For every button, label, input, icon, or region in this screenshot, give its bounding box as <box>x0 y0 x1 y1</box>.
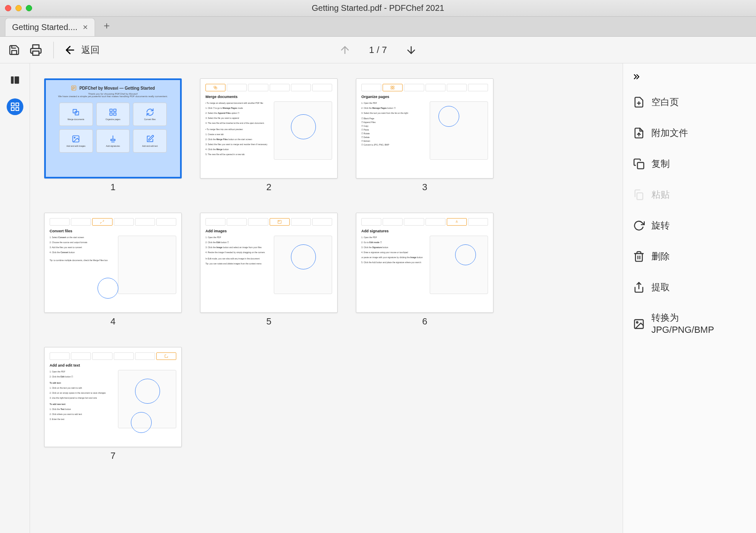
panel-label: 提取 <box>651 281 670 294</box>
grid-view-button[interactable] <box>7 98 23 115</box>
trash-icon <box>633 251 645 262</box>
blank-page-icon <box>633 96 645 108</box>
app-icon <box>71 85 77 91</box>
rotate-button[interactable]: 旋转 <box>623 210 756 241</box>
panel-label: 复制 <box>651 158 670 170</box>
svg-rect-25 <box>278 220 281 224</box>
tab-bar: Getting Started.... ✕ ＋ <box>0 17 756 37</box>
page-label: 6 <box>422 316 427 327</box>
copy-button[interactable]: 复制 <box>623 148 756 179</box>
arrow-left-icon <box>64 44 76 56</box>
maximize-window-button[interactable] <box>26 5 32 11</box>
prev-page-button[interactable] <box>338 43 353 58</box>
toolbar: 返回 1 / 7 <box>0 37 756 63</box>
page-thumbnail-1[interactable]: PDFChef by Movavi — Getting Started Than… <box>40 78 186 193</box>
left-rail <box>0 63 30 533</box>
svg-point-18 <box>74 137 75 138</box>
svg-point-26 <box>278 221 279 222</box>
page-thumbnail-6[interactable]: Add signatures 1. Open the PDF 2. Go to … <box>352 213 498 327</box>
svg-rect-15 <box>114 113 116 116</box>
panel-label: 转换为 JPG/PNG/BMP <box>651 312 714 336</box>
toolbar-divider <box>53 42 54 58</box>
svg-rect-7 <box>16 103 19 106</box>
copy-icon <box>633 158 645 170</box>
page-thumbnail-3[interactable]: Organize pages 1. Open the PDF 2. Click … <box>352 78 498 193</box>
panel-label: 空白页 <box>651 96 679 108</box>
panel-label: 旋转 <box>651 219 670 232</box>
svg-rect-14 <box>114 109 116 112</box>
back-label: 返回 <box>81 44 100 56</box>
print-button[interactable] <box>28 43 43 58</box>
page-navigator: 1 / 7 <box>338 43 419 58</box>
svg-point-36 <box>636 322 638 323</box>
sidebar-icon <box>10 75 20 85</box>
extract-button[interactable]: 提取 <box>623 272 756 303</box>
svg-rect-21 <box>391 86 393 87</box>
svg-rect-16 <box>110 113 112 116</box>
extract-icon <box>633 282 645 293</box>
back-button[interactable]: 返回 <box>64 44 100 56</box>
blank-page-button[interactable]: 空白页 <box>623 87 756 118</box>
append-file-button[interactable]: 附加文件 <box>623 118 756 148</box>
window-title: Getting Started.pdf - PDFChef 2021 <box>312 3 444 13</box>
page-label: 2 <box>266 182 271 193</box>
new-tab-button[interactable]: ＋ <box>95 15 118 36</box>
grid-icon <box>10 102 20 112</box>
svg-rect-8 <box>16 108 19 111</box>
page-thumbnail-5[interactable]: Add images 1. Open the PDF 2. Click the … <box>196 213 342 327</box>
close-window-button[interactable] <box>5 5 11 11</box>
minimize-window-button[interactable] <box>15 5 22 11</box>
image-icon <box>633 318 645 330</box>
right-panel: 空白页 附加文件 复制 粘贴 旋转 删除 提取 <box>623 63 756 533</box>
page-thumbnail-7[interactable]: Add and edit text 1. Open the PDF 2. Cli… <box>40 347 186 461</box>
thumbnails-view-button[interactable] <box>7 72 23 88</box>
svg-rect-5 <box>14 76 19 83</box>
svg-rect-10 <box>72 86 76 91</box>
svg-rect-31 <box>637 193 643 199</box>
arrow-up-icon <box>339 44 351 56</box>
thumbnails-area[interactable]: PDFChef by Movavi — Getting Started Than… <box>30 63 623 533</box>
svg-rect-9 <box>11 108 14 111</box>
page-label: 5 <box>266 316 271 327</box>
traffic-lights <box>5 5 32 11</box>
delete-button[interactable]: 删除 <box>623 241 756 272</box>
svg-rect-22 <box>393 86 394 87</box>
paste-button: 粘贴 <box>623 179 756 210</box>
tab-active[interactable]: Getting Started.... ✕ <box>5 18 95 36</box>
save-button[interactable] <box>7 43 22 58</box>
paste-icon <box>633 189 645 201</box>
close-icon[interactable]: ✕ <box>83 23 88 31</box>
svg-rect-24 <box>393 88 394 89</box>
svg-rect-23 <box>391 88 393 89</box>
svg-rect-4 <box>11 76 14 83</box>
svg-rect-13 <box>110 109 112 112</box>
page-label: 7 <box>110 450 115 461</box>
panel-label: 粘贴 <box>651 189 670 201</box>
content-row: PDFChef by Movavi — Getting Started Than… <box>0 63 756 533</box>
page-thumbnail-4[interactable]: Convert files 1. Select Convert on the s… <box>40 213 186 327</box>
arrow-down-icon <box>405 44 417 56</box>
print-icon <box>30 44 42 56</box>
svg-rect-6 <box>11 103 14 106</box>
next-page-button[interactable] <box>403 43 418 58</box>
svg-rect-0 <box>33 51 39 55</box>
save-icon <box>8 44 20 56</box>
tab-label: Getting Started.... <box>12 23 78 32</box>
page-label: 1 <box>110 182 115 193</box>
svg-rect-30 <box>638 163 644 169</box>
panel-label: 附加文件 <box>651 127 688 139</box>
page-label: 4 <box>110 316 115 327</box>
append-file-icon <box>633 127 645 139</box>
convert-button[interactable]: 转换为 JPG/PNG/BMP <box>623 303 756 345</box>
page-thumbnail-2[interactable]: Merge documents • To merge an already op… <box>196 78 342 193</box>
panel-label: 删除 <box>651 250 670 263</box>
titlebar: Getting Started.pdf - PDFChef 2021 <box>0 0 756 17</box>
collapse-panel-button[interactable] <box>623 68 756 87</box>
chevrons-right-icon <box>631 72 641 82</box>
page-indicator: 1 / 7 <box>369 45 387 55</box>
page-label: 3 <box>422 182 427 193</box>
rotate-icon <box>633 220 645 231</box>
